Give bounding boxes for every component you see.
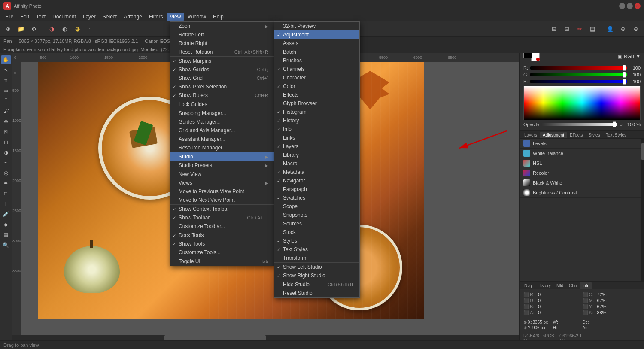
tab-adjustment[interactable]: Adjustment bbox=[540, 132, 567, 138]
menu-item-new-view[interactable]: New View bbox=[170, 170, 274, 179]
toolbar-persona-2[interactable]: ⊕ bbox=[617, 24, 629, 35]
menu-item-macro[interactable]: Macro bbox=[274, 159, 359, 168]
menu-item-guides-manager[interactable]: Guides Manager... bbox=[170, 118, 274, 126]
menu-item-paragraph[interactable]: Paragraph bbox=[274, 185, 359, 194]
menu-item-show-left-studio[interactable]: ✓ Show Left Studio bbox=[274, 263, 359, 271]
tool-text[interactable]: T bbox=[1, 199, 11, 209]
menu-item-show-grid[interactable]: Show Grid Ctrl+` bbox=[170, 74, 274, 82]
adj-white-balance[interactable]: White Balance bbox=[520, 149, 644, 158]
tab-effects[interactable]: Effects bbox=[567, 132, 585, 138]
tab-chn[interactable]: Chn bbox=[566, 282, 579, 289]
toolbar-hue-button[interactable]: ◕ bbox=[72, 24, 83, 35]
menu-item-dock-tools[interactable]: ✓ Dock Tools bbox=[170, 231, 274, 240]
menu-item-move-to-next[interactable]: Move to Next View Point bbox=[170, 196, 274, 204]
tool-zoom[interactable]: 🔍 bbox=[1, 240, 11, 250]
toolbar-grid-button[interactable]: ⊞ bbox=[548, 24, 559, 35]
toolbar-color-wheel-button[interactable]: ◑ bbox=[46, 24, 57, 35]
toolbar-settings-button[interactable]: ⚙ bbox=[28, 24, 39, 35]
menu-item-layers[interactable]: ✓ Layers bbox=[274, 142, 359, 151]
tool-pan[interactable]: ✋ bbox=[1, 55, 11, 64]
tool-fill[interactable]: ◆ bbox=[1, 220, 11, 229]
menu-item-histogram[interactable]: ✓ Histogram bbox=[274, 108, 359, 116]
menu-item-metadata[interactable]: ✓ Metadata bbox=[274, 168, 359, 176]
menu-item-swatches[interactable]: ✓ Swatches bbox=[274, 194, 359, 202]
adj-recolor[interactable]: Recolor bbox=[520, 168, 644, 178]
menu-item-show-pixel-selection[interactable]: ✓ Show Pixel Selection bbox=[170, 82, 274, 91]
menu-item-batch[interactable]: Batch bbox=[274, 48, 359, 56]
menu-item-toggle-ui[interactable]: Toggle UI Tab bbox=[170, 257, 274, 266]
menu-item-resource-manager[interactable]: Resource Manager... bbox=[170, 143, 274, 152]
channel-b-slider[interactable] bbox=[530, 80, 627, 83]
menu-filters[interactable]: Filters bbox=[146, 13, 167, 21]
tool-healing[interactable]: ⊕ bbox=[1, 117, 11, 126]
adj-levels[interactable]: Levels bbox=[520, 139, 644, 149]
adj-brightness-contrast[interactable]: Brightness / Contrast bbox=[520, 188, 644, 198]
menu-item-glyph-browser[interactable]: Glyph Browser bbox=[274, 99, 359, 108]
toolbar-opacity-button[interactable]: ○ bbox=[85, 24, 96, 35]
menu-item-sources[interactable]: Sources bbox=[274, 219, 359, 228]
tab-styles[interactable]: Styles bbox=[586, 132, 602, 138]
maximize-button[interactable]: □ bbox=[627, 3, 633, 9]
tab-history[interactable]: History bbox=[535, 282, 553, 289]
menu-item-rotate-right[interactable]: Rotate Right bbox=[170, 39, 274, 48]
menu-item-reset-studio[interactable]: Reset Studio bbox=[274, 289, 359, 297]
menu-item-info[interactable]: ✓ Info bbox=[274, 125, 359, 134]
menu-item-hide-studio[interactable]: Hide Studio Ctrl+Shift+H bbox=[274, 280, 359, 289]
menu-item-stock[interactable]: Stock bbox=[274, 228, 359, 237]
tab-text-styles[interactable]: Text Styles bbox=[603, 132, 629, 138]
menu-select[interactable]: Select bbox=[99, 13, 120, 21]
panel-scrollbar[interactable] bbox=[641, 139, 644, 281]
toolbar-action-button[interactable]: ▤ bbox=[587, 24, 598, 35]
menu-item-show-right-studio[interactable]: ✓ Show Right Studio bbox=[274, 271, 359, 280]
menu-item-character[interactable]: Character bbox=[274, 73, 359, 82]
menu-item-assistant-manager[interactable]: Assistant Manager... bbox=[170, 135, 274, 143]
menu-arrange[interactable]: Arrange bbox=[120, 13, 146, 21]
tab-layers[interactable]: Layers bbox=[522, 132, 540, 138]
menu-item-color[interactable]: ✓ Color bbox=[274, 82, 359, 91]
menu-edit[interactable]: Edit bbox=[17, 13, 33, 21]
hscroll-thumb[interactable] bbox=[164, 335, 266, 340]
menu-item-reset-rotation[interactable]: Reset Rotation Ctrl+Alt+Shift+R bbox=[170, 48, 274, 56]
tool-move[interactable]: ↖ bbox=[1, 65, 11, 75]
menu-item-navigator[interactable]: ✓ Navigator bbox=[274, 176, 359, 185]
menu-item-32bit-preview[interactable]: 32-bit Preview bbox=[274, 22, 359, 30]
toolbar-new-button[interactable]: ⊕ bbox=[3, 24, 14, 35]
menu-item-show-guides[interactable]: ✓ Show Guides Ctrl+; bbox=[170, 65, 274, 74]
menu-item-show-tools[interactable]: ✓ Show Tools bbox=[170, 240, 274, 248]
menu-item-history[interactable]: ✓ History bbox=[274, 116, 359, 125]
menu-item-library[interactable]: Library bbox=[274, 151, 359, 159]
adj-black-white[interactable]: Black & White bbox=[520, 178, 644, 188]
menu-item-snapping-manager[interactable]: Snapping Manager... bbox=[170, 109, 274, 118]
menu-item-show-context-toolbar[interactable]: ✓ Show Context Toolbar bbox=[170, 205, 274, 213]
toolbar-brush-button[interactable]: ✏ bbox=[574, 24, 585, 35]
menu-item-show-toolbar[interactable]: ✓ Show Toolbar Ctrl+Alt+T bbox=[170, 213, 274, 222]
tool-smudge[interactable]: ~ bbox=[1, 158, 11, 167]
menu-item-zoom[interactable]: Zoom ▶ bbox=[170, 22, 274, 30]
menu-text[interactable]: Text bbox=[33, 13, 49, 21]
tool-pen[interactable]: ✒ bbox=[1, 179, 11, 188]
tool-select-lasso[interactable]: ⌒ bbox=[1, 96, 11, 106]
menu-item-scope[interactable]: Scope bbox=[274, 202, 359, 211]
minimize-button[interactable]: ─ bbox=[619, 3, 625, 9]
tool-clone[interactable]: ⎘ bbox=[1, 127, 11, 137]
menu-layer[interactable]: Layer bbox=[79, 13, 99, 21]
tool-dodge-burn[interactable]: ◑ bbox=[1, 148, 11, 157]
menu-item-assets[interactable]: Assets bbox=[274, 39, 359, 48]
menu-document[interactable]: Document bbox=[49, 13, 79, 21]
menu-item-snapshots[interactable]: Snapshots bbox=[274, 211, 359, 219]
menu-item-rotate-left[interactable]: Rotate Left bbox=[170, 30, 274, 39]
menu-file[interactable]: File bbox=[2, 13, 17, 21]
menu-item-transform[interactable]: Transform bbox=[274, 254, 359, 262]
menu-item-text-styles[interactable]: ✓ Text Styles bbox=[274, 245, 359, 254]
menu-item-links[interactable]: Links bbox=[274, 134, 359, 142]
toolbar-snap-button[interactable]: ⊟ bbox=[561, 24, 572, 35]
tool-erase[interactable]: ◻ bbox=[1, 137, 11, 147]
menu-item-move-to-previous[interactable]: Move to Previous View Point bbox=[170, 187, 274, 196]
menu-window[interactable]: Window bbox=[184, 13, 210, 21]
menu-item-channels[interactable]: ✓ Channels bbox=[274, 65, 359, 73]
menu-help[interactable]: Help bbox=[210, 13, 227, 21]
menu-item-grid-axis-manager[interactable]: Grid and Axis Manager... bbox=[170, 126, 274, 135]
menu-item-show-margins[interactable]: ✓ Show Margins bbox=[170, 57, 274, 65]
channel-g-slider[interactable] bbox=[530, 73, 627, 76]
toolbar-persona-1[interactable]: 👤 bbox=[605, 24, 616, 35]
